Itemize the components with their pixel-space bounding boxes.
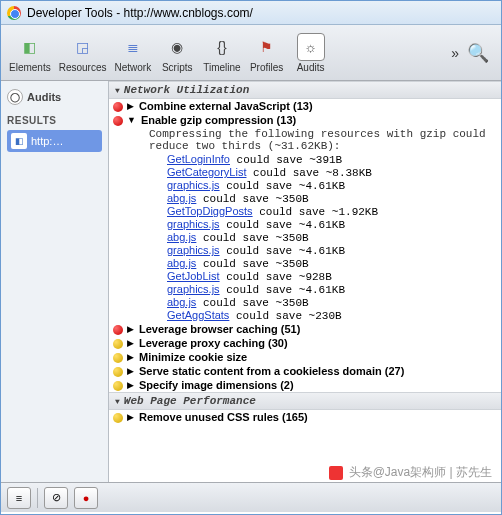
- timeline-icon: {}: [208, 33, 236, 61]
- tab-profiles[interactable]: ⚑Profiles: [245, 31, 289, 75]
- severity-dot-icon: [113, 325, 123, 335]
- resource-line: GetCategoryList could save ~8.38KB: [109, 166, 501, 179]
- divider: [37, 488, 38, 508]
- statusbar: ≡ ⊘ ●: [1, 482, 501, 512]
- audit-rule[interactable]: ▶Leverage browser caching (51): [109, 322, 501, 336]
- resource-line: abg.js could save ~350B: [109, 192, 501, 205]
- resource-line: GetAggStats could save ~230B: [109, 309, 501, 322]
- tab-resources[interactable]: ◲Resources: [55, 31, 111, 75]
- expand-arrow-icon: ▶: [127, 366, 134, 376]
- sidebar-item-result[interactable]: ◧ http:…: [7, 130, 102, 152]
- rule-label: Leverage proxy caching (30): [139, 337, 288, 349]
- resource-line: graphics.js could save ~4.61KB: [109, 283, 501, 296]
- rule-label: Remove unused CSS rules (165): [139, 411, 308, 423]
- resource-line: graphics.js could save ~4.61KB: [109, 179, 501, 192]
- tab-label: Profiles: [250, 62, 283, 73]
- resource-link[interactable]: graphics.js: [167, 244, 220, 256]
- resource-link[interactable]: abg.js: [167, 231, 196, 243]
- tab-label: Scripts: [162, 62, 193, 73]
- resource-line: graphics.js could save ~4.61KB: [109, 218, 501, 231]
- expand-arrow-icon: ▶: [127, 412, 134, 422]
- severity-dot-icon: [113, 381, 123, 391]
- audit-rule[interactable]: ▶Serve static content from a cookieless …: [109, 364, 501, 378]
- severity-dot-icon: [113, 339, 123, 349]
- audit-rule[interactable]: ▼Enable gzip compression (13): [109, 113, 501, 127]
- expand-arrow-icon: ▶: [127, 380, 134, 390]
- audit-rule[interactable]: ▶Combine external JavaScript (13): [109, 99, 501, 113]
- audit-rule[interactable]: ▶Leverage proxy caching (30): [109, 336, 501, 350]
- expand-arrow-icon: ▶: [127, 101, 134, 111]
- resources-icon: ◲: [69, 33, 97, 61]
- sidebar-header-audits[interactable]: ◯ Audits: [7, 85, 102, 109]
- resource-link[interactable]: abg.js: [167, 296, 196, 308]
- audit-rule[interactable]: ▶Remove unused CSS rules (165): [109, 410, 501, 424]
- sidebar-header-label: Audits: [27, 91, 61, 103]
- window-title: Developer Tools - http://www.cnblogs.com…: [27, 6, 253, 20]
- severity-dot-icon: [113, 102, 123, 112]
- resource-line: graphics.js could save ~4.61KB: [109, 244, 501, 257]
- resource-line: GetLoginInfo could save ~391B: [109, 153, 501, 166]
- tab-label: Elements: [9, 62, 51, 73]
- resource-link[interactable]: GetAggStats: [167, 309, 229, 321]
- resource-line: abg.js could save ~350B: [109, 257, 501, 270]
- severity-dot-icon: [113, 413, 123, 423]
- watermark-logo-icon: [329, 466, 343, 480]
- results-label: RESULTS: [7, 115, 102, 126]
- tab-network[interactable]: ≣Network: [111, 31, 156, 75]
- forbidden-button[interactable]: ⊘: [44, 487, 68, 509]
- expand-arrow-icon: ▶: [127, 324, 134, 334]
- record-button[interactable]: ●: [74, 487, 98, 509]
- audit-rule[interactable]: ▶Minimize cookie size: [109, 350, 501, 364]
- watermark: 头条@Java架构师 | 苏先生: [329, 464, 492, 481]
- expand-arrow-icon: ▼: [127, 115, 136, 125]
- severity-dot-icon: [113, 116, 123, 126]
- search-icon[interactable]: 🔍: [467, 42, 489, 64]
- rule-label: Enable gzip compression (13): [141, 114, 296, 126]
- sidebar-item-label: http:…: [31, 135, 63, 147]
- severity-dot-icon: [113, 367, 123, 377]
- resource-link[interactable]: abg.js: [167, 257, 196, 269]
- toggle-console-button[interactable]: ≡: [7, 487, 31, 509]
- profiles-icon: ⚑: [253, 33, 281, 61]
- resource-link[interactable]: graphics.js: [167, 283, 220, 295]
- resource-link[interactable]: graphics.js: [167, 179, 220, 191]
- audit-rule[interactable]: ▶Specify image dimensions (2): [109, 378, 501, 392]
- audits-icon: ☼: [297, 33, 325, 61]
- tab-label: Timeline: [203, 62, 240, 73]
- resource-link[interactable]: graphics.js: [167, 218, 220, 230]
- tab-label: Audits: [297, 62, 325, 73]
- tab-timeline[interactable]: {}Timeline: [199, 31, 244, 75]
- main-toolbar: ◧Elements◲Resources≣Network◉Scripts{}Tim…: [1, 25, 501, 81]
- elements-icon: ◧: [16, 33, 44, 61]
- scripts-icon: ◉: [163, 33, 191, 61]
- overflow-button[interactable]: »: [451, 45, 459, 61]
- audits-icon: ◯: [7, 89, 23, 105]
- expand-arrow-icon: ▶: [127, 338, 134, 348]
- tab-label: Network: [115, 62, 152, 73]
- rule-label: Specify image dimensions (2): [139, 379, 294, 391]
- tab-label: Resources: [59, 62, 107, 73]
- chrome-icon: [7, 6, 21, 20]
- rule-detail: Compressing the following resources with…: [109, 127, 501, 153]
- resource-line: abg.js could save ~350B: [109, 296, 501, 309]
- rule-label: Leverage browser caching (51): [139, 323, 300, 335]
- severity-dot-icon: [113, 353, 123, 363]
- window-titlebar: Developer Tools - http://www.cnblogs.com…: [1, 1, 501, 25]
- section-header[interactable]: Network Utilization: [109, 81, 501, 99]
- resource-link[interactable]: GetCategoryList: [167, 166, 246, 178]
- resource-link[interactable]: GetLoginInfo: [167, 153, 230, 165]
- rule-label: Minimize cookie size: [139, 351, 247, 363]
- resource-link[interactable]: GetJobList: [167, 270, 220, 282]
- resource-link[interactable]: GetTopDiggPosts: [167, 205, 253, 217]
- section-header[interactable]: Web Page Performance: [109, 392, 501, 410]
- tab-elements[interactable]: ◧Elements: [5, 31, 55, 75]
- resource-line: abg.js could save ~350B: [109, 231, 501, 244]
- resource-link[interactable]: abg.js: [167, 192, 196, 204]
- result-icon: ◧: [11, 133, 27, 149]
- rule-label: Serve static content from a cookieless d…: [139, 365, 404, 377]
- tab-scripts[interactable]: ◉Scripts: [155, 31, 199, 75]
- tab-audits[interactable]: ☼Audits: [289, 31, 333, 75]
- resource-line: GetJobList could save ~928B: [109, 270, 501, 283]
- rule-label: Combine external JavaScript (13): [139, 100, 313, 112]
- resource-line: GetTopDiggPosts could save ~1.92KB: [109, 205, 501, 218]
